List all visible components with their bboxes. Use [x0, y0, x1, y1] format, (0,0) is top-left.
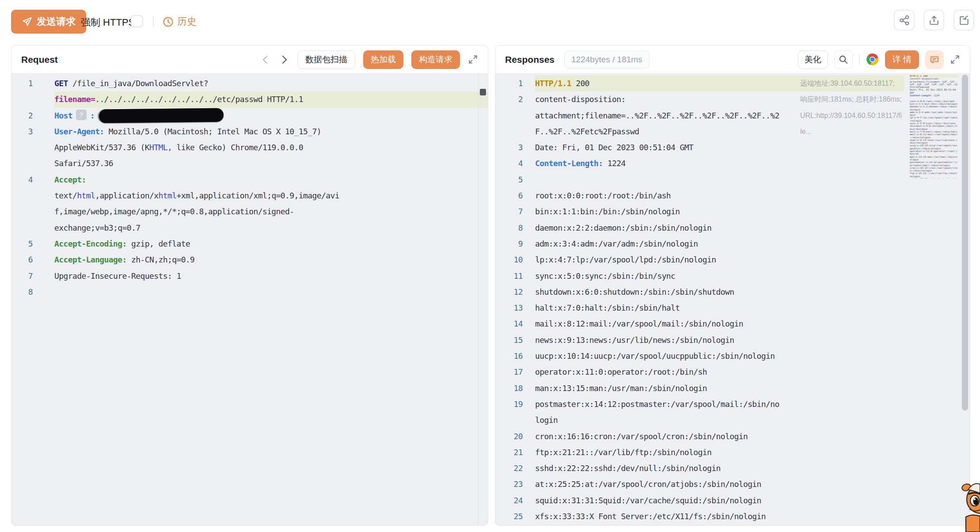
share-icon — [899, 15, 910, 26]
code-line: 8 — [11, 284, 488, 300]
response-scrollbar-thumb[interactable] — [962, 75, 968, 410]
chevron-right-icon — [279, 54, 289, 65]
code-line: 5 — [495, 172, 970, 188]
import-button[interactable] — [953, 10, 974, 30]
chrome-icon — [866, 53, 879, 66]
code-line: 2Host?: — [11, 108, 488, 124]
response-fullscreen-button[interactable] — [950, 54, 960, 65]
line-number: 22 — [495, 460, 523, 476]
line-number: 15 — [495, 332, 523, 348]
code-line: operator:x:11:0:operator:/root:/bin/sh — [910, 150, 960, 156]
beautify-button[interactable]: 美化 — [798, 50, 828, 69]
code-line: man:x:13:15:man:/usr/man:/sbin/nologin — [910, 156, 960, 161]
response-panel: Responses 1224bytes / 181ms 美化 详 情 — [495, 45, 970, 526]
line-number: 14 — [495, 316, 523, 332]
send-request-label: 发送请求 — [37, 15, 76, 28]
fullscreen-icon — [950, 54, 960, 65]
open-in-chrome-button[interactable] — [866, 53, 879, 66]
code-line: 11sync:x:5:0:sync:/sbin:/bin/sync — [495, 268, 970, 284]
search-icon — [838, 54, 848, 65]
code-line: 12shutdown:x:6:0:shutdown:/sbin:/sbin/sh… — [495, 284, 970, 300]
line-number: 9 — [495, 236, 523, 252]
code-line: 7bin:x:1:1:bin:/bin:/sbin/nologin — [495, 204, 970, 220]
packet-scan-button[interactable]: 数据包扫描 — [297, 50, 355, 69]
code-line: 6Accept-Language: zh-CN,zh;q=0.9 — [11, 252, 488, 268]
line-number: 1 — [495, 76, 523, 91]
code-line: content-disposition: attachment;filename… — [910, 77, 960, 88]
code-line: 13halt:x:7:0:halt:/sbin:/sbin/halt — [495, 300, 970, 316]
code-line: 19postmaster:x:14:12:postmaster:/var/spo… — [495, 396, 970, 429]
response-editor[interactable]: 1HTTP/1.1 2002content-disposition: attac… — [495, 74, 970, 525]
history-button[interactable]: 历史 — [163, 15, 197, 28]
code-line: 15news:x:9:13:news:/usr/lib/news:/sbin/n… — [495, 332, 970, 348]
line-number: 20 — [495, 429, 523, 445]
mascot[interactable] — [961, 480, 980, 532]
code-line: shutdown:x:6:0:shutdown:/sbin:/sbin/shut… — [910, 125, 960, 130]
code-line: cron:x:16:16:cron:/var/spool/cron:/sbin/… — [910, 167, 960, 172]
line-number: 21 — [495, 445, 523, 460]
next-request-button[interactable] — [279, 54, 289, 65]
request-scrollbar[interactable] — [478, 74, 488, 525]
comment-icon — [929, 54, 940, 65]
line-number: 5 — [495, 172, 523, 188]
construct-request-button[interactable]: 构造请求 — [411, 50, 460, 69]
code-line: mail:x:8:12:mail:/var/spool/mail:/sbin/n… — [910, 133, 960, 139]
response-header: Responses 1224bytes / 181ms 美化 详 情 — [495, 46, 970, 74]
upload-icon — [928, 15, 940, 26]
minimap[interactable]: HTTP/1.1 200content-disposition: attachm… — [910, 75, 960, 179]
line-number: 24 — [495, 493, 523, 509]
header-divider — [859, 54, 860, 65]
export-button[interactable] — [923, 10, 944, 30]
line-number: 2 — [495, 91, 523, 107]
paper-plane-icon — [22, 16, 32, 27]
request-scrollbar-thumb[interactable] — [480, 89, 486, 95]
line-number: 10 — [495, 252, 523, 268]
line-number: 4 — [495, 156, 523, 171]
code-line: 17operator:x:11:0:operator:/root:/bin/sh — [495, 364, 970, 380]
code-line: news:x:9:13:news:/usr/lib/news:/sbin/nol… — [910, 139, 960, 144]
share-button[interactable] — [894, 10, 915, 30]
toolbar-divider — [153, 16, 154, 27]
line-number: 5 — [11, 236, 33, 252]
send-request-button[interactable]: 发送请求 — [11, 10, 86, 34]
code-line: 1HTTP/1.1 200 — [495, 76, 970, 91]
code-line: lp:x:4:7:lp:/var/spool/lpd:/sbin/nologin — [910, 116, 960, 122]
search-button[interactable] — [834, 50, 853, 69]
top-toolbar: 发送请求 强制 HTTPS 历史 — [0, 0, 980, 45]
code-line: 25xfs:x:33:33:X Font Server:/etc/X11/fs:… — [495, 509, 970, 524]
line-number: 2 — [11, 108, 33, 124]
request-fullscreen-button[interactable] — [468, 54, 478, 65]
code-line: postmaster:x:14:12:postmaster:/var/spool… — [910, 161, 960, 167]
code-line: 5Accept-Encoding: gzip, deflate — [11, 236, 488, 252]
code-line: 1GET /file_in_java/DownloadServlet?filen… — [11, 76, 488, 108]
hot-reload-button[interactable]: 热加载 — [363, 50, 403, 69]
detail-button[interactable]: 详 情 — [885, 50, 919, 69]
prev-request-button[interactable] — [260, 54, 271, 65]
history-label: 历史 — [177, 15, 197, 28]
line-number: 7 — [495, 204, 523, 220]
import-check-icon — [958, 15, 970, 26]
response-size-time-badge: 1224bytes / 181ms — [564, 51, 650, 68]
line-number: 6 — [11, 252, 33, 268]
code-line: 9adm:x:3:4:adm:/var/adm:/sbin/nologin — [495, 236, 970, 252]
line-number: 8 — [495, 220, 523, 236]
line-number: 1 — [11, 76, 33, 91]
code-line: 8daemon:x:2:2:daemon:/sbin:/sbin/nologin — [495, 220, 970, 236]
chevron-left-icon — [260, 54, 271, 65]
code-line: 26games:x:35:35:games:/usr/games:/sbin/n… — [495, 524, 970, 525]
line-number: 3 — [11, 124, 33, 140]
clock-icon — [163, 16, 174, 27]
request-editor[interactable]: 1GET /file_in_java/DownloadServlet?filen… — [11, 74, 488, 525]
line-number: 6 — [495, 188, 523, 204]
force-https-checkbox[interactable] — [131, 15, 143, 27]
code-line: 14mail:x:8:12:mail:/var/spool/mail:/sbin… — [495, 316, 970, 332]
code-line: 23at:x:25:25:at:/var/spool/cron/atjobs:/… — [495, 476, 970, 492]
code-line: uucp:x:10:14:uucp:/var/spool/uucppublic:… — [910, 144, 960, 150]
line-number: 12 — [495, 284, 523, 300]
code-line: 21ftp:x:21:21::/var/lib/ftp:/sbin/nologi… — [495, 445, 970, 460]
comment-button[interactable] — [925, 50, 944, 69]
line-number: 7 — [11, 268, 33, 284]
line-number: 3 — [495, 140, 523, 156]
code-line: 22sshd:x:22:22:sshd:/dev/null:/sbin/nolo… — [495, 460, 970, 476]
code-line: 16uucp:x:10:14:uucp:/var/spool/uucppubli… — [495, 348, 970, 364]
